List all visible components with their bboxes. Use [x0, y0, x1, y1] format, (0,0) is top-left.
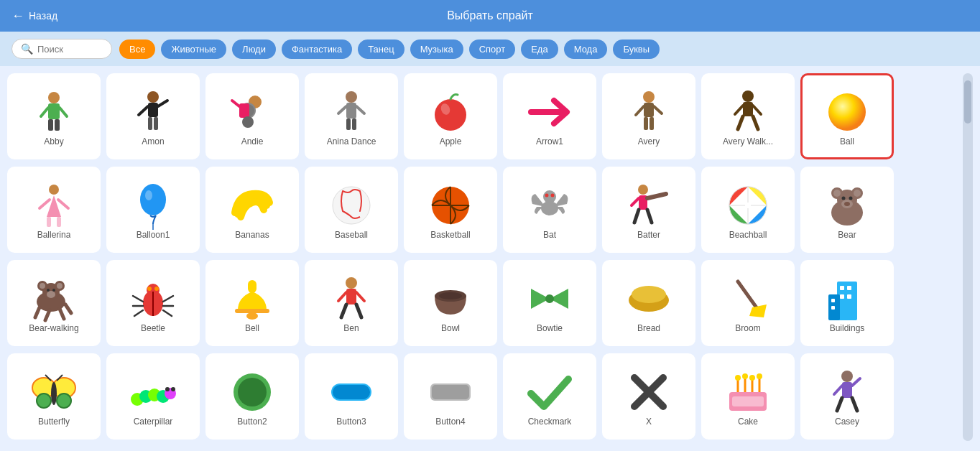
sprite-image-checkmark	[525, 368, 574, 417]
sprite-card-casey[interactable]: Casey	[800, 353, 894, 440]
sprite-image-averywalk	[724, 88, 772, 136]
svg-point-45	[140, 184, 166, 215]
sprite-card-button2[interactable]: Button2	[205, 353, 299, 440]
svg-line-58	[632, 198, 639, 205]
sprite-card-abby[interactable]: Abby	[7, 73, 101, 159]
sprite-card-bear[interactable]: Bear	[800, 167, 894, 253]
sprite-card-avery[interactable]: Avery	[602, 73, 695, 159]
sprite-label-abby: Abby	[44, 136, 63, 147]
svg-line-162	[852, 378, 860, 386]
sprite-card-balloon1[interactable]: Balloon1	[106, 167, 200, 253]
svg-rect-144	[333, 385, 370, 399]
category-btn-animals[interactable]: Животные	[161, 39, 226, 59]
sprite-label-ballerina: Ballerina	[37, 230, 71, 240]
sprite-card-arrow1[interactable]: Arrow1	[503, 73, 596, 159]
svg-point-157	[749, 375, 755, 381]
category-btn-music[interactable]: Музыка	[410, 39, 463, 59]
sprite-image-bowtie	[525, 274, 574, 323]
sprite-card-amon[interactable]: Amon	[106, 73, 200, 159]
svg-rect-10	[148, 117, 152, 130]
category-btn-letters[interactable]: Буквы	[613, 39, 660, 59]
svg-line-97	[163, 310, 172, 316]
sprite-image-bowl	[426, 274, 475, 323]
sprite-card-baseball[interactable]: Baseball	[305, 167, 398, 253]
search-input[interactable]	[37, 44, 109, 55]
sprite-card-ballerina[interactable]: Ballerina	[7, 167, 101, 253]
svg-point-17	[346, 91, 357, 103]
category-buttons: ВсеЖивотныеЛюдиФантастикаТанецМузыкаСпор…	[119, 39, 660, 59]
sprite-label-batter: Batter	[637, 230, 660, 240]
sprite-label-baseball: Baseball	[335, 230, 368, 240]
svg-line-61	[647, 210, 652, 223]
svg-point-76	[844, 202, 850, 206]
sprite-card-xmark[interactable]: X	[602, 353, 695, 440]
sprite-card-bananas[interactable]: Bananas	[205, 167, 299, 253]
sprite-card-broom[interactable]: Broom	[701, 260, 795, 346]
svg-line-94	[134, 310, 143, 316]
sprite-card-bell[interactable]: Bell	[205, 260, 299, 346]
sprite-card-butterfly[interactable]: Butterfly	[7, 353, 101, 440]
svg-point-83	[47, 291, 55, 298]
svg-rect-41	[47, 217, 51, 227]
sprite-image-arrow1	[525, 88, 574, 136]
svg-line-88	[60, 309, 64, 319]
sprite-card-bearwalking[interactable]: Bear-walking	[7, 260, 101, 346]
sprite-card-beetle[interactable]: Beetle	[106, 260, 200, 346]
sprite-card-averywalk[interactable]: Avery Walk...	[701, 73, 795, 159]
sprite-label-bowl: Bowl	[441, 323, 460, 333]
sprite-card-cake[interactable]: Cake	[701, 353, 795, 440]
sprite-card-beachball[interactable]: Beachball	[701, 167, 795, 253]
svg-point-46	[145, 190, 152, 200]
sprite-card-buildings[interactable]: Buildings	[800, 260, 894, 346]
svg-line-20	[356, 106, 364, 113]
svg-rect-21	[346, 118, 351, 130]
svg-rect-31	[650, 117, 654, 130]
svg-rect-14	[239, 103, 249, 118]
sprite-card-anina[interactable]: Anina Dance	[305, 73, 398, 159]
category-btn-people[interactable]: Люди	[232, 39, 276, 59]
sprite-label-xmark: X	[646, 417, 652, 427]
sprite-label-andie: Andie	[241, 136, 264, 147]
svg-point-56	[638, 185, 648, 195]
svg-line-107	[356, 292, 364, 301]
sprite-image-anina	[327, 88, 376, 136]
svg-rect-150	[732, 396, 764, 406]
svg-rect-27	[644, 103, 654, 117]
sprite-label-ben: Ben	[343, 323, 359, 333]
category-btn-all[interactable]: Все	[119, 39, 155, 59]
svg-point-0	[48, 92, 60, 103]
scrollbar[interactable]	[963, 73, 973, 441]
svg-point-85	[52, 289, 55, 292]
svg-rect-22	[352, 118, 356, 130]
sprite-image-balloon1	[129, 181, 177, 230]
sprite-card-button4[interactable]: Button4	[404, 353, 497, 440]
svg-point-156	[742, 373, 748, 379]
sprite-card-checkmark[interactable]: Checkmark	[503, 353, 596, 440]
sprite-card-bat[interactable]: Bat	[503, 167, 596, 253]
sprite-card-caterpillar[interactable]: Caterpillar	[106, 353, 200, 440]
category-btn-fantasy[interactable]: Фантастика	[282, 39, 352, 59]
sprite-card-ball[interactable]: Ball	[800, 73, 894, 159]
category-btn-sport[interactable]: Спорт	[469, 39, 516, 59]
svg-point-39	[49, 185, 59, 195]
svg-point-158	[757, 373, 762, 379]
svg-rect-125	[831, 299, 835, 302]
back-button[interactable]: ← Назад	[11, 9, 57, 24]
category-btn-fashion[interactable]: Мода	[564, 39, 608, 59]
sprite-card-basketball[interactable]: Basketball	[404, 167, 497, 253]
svg-line-3	[60, 108, 67, 116]
category-btn-food[interactable]: Еда	[521, 39, 558, 59]
sprite-card-ben[interactable]: Ben	[305, 260, 398, 346]
sprite-card-batter[interactable]: Batter	[602, 167, 695, 253]
sprite-card-bowl[interactable]: Bowl	[404, 260, 497, 346]
sprite-image-bananas	[228, 181, 277, 230]
svg-point-131	[51, 382, 57, 405]
category-btn-dance[interactable]: Танец	[358, 39, 404, 59]
svg-line-37	[753, 116, 758, 129]
sprite-card-apple[interactable]: Apple	[404, 73, 497, 159]
sprite-card-bowtie[interactable]: Bowtie	[503, 260, 596, 346]
svg-point-111	[439, 292, 462, 299]
sprite-card-bread[interactable]: Bread	[602, 260, 695, 346]
sprite-card-button3[interactable]: Button3	[305, 353, 398, 440]
sprite-card-andie[interactable]: Andie	[205, 73, 299, 159]
